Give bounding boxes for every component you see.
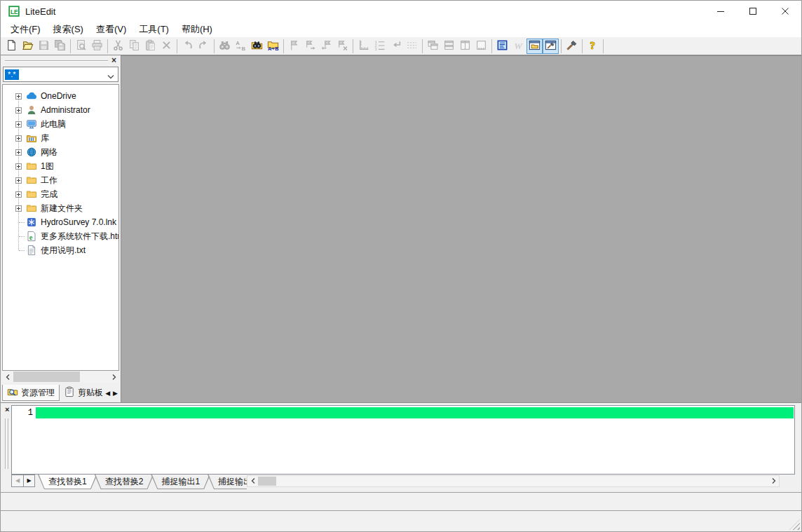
help-button[interactable]: ? xyxy=(585,39,601,54)
tab-scroll-left-icon[interactable]: ◀ xyxy=(104,389,111,397)
new-file-button[interactable] xyxy=(4,39,20,54)
find-in-files-button[interactable] xyxy=(249,39,265,54)
resize-grip[interactable] xyxy=(789,519,800,530)
previous-bookmark-button[interactable] xyxy=(318,39,334,54)
expand-toggle-icon[interactable] xyxy=(15,93,22,100)
explorer-panel-toggle-button[interactable] xyxy=(526,39,543,54)
tools-button[interactable] xyxy=(564,39,580,54)
sidebar-tab-explorer[interactable]: 资源管理 xyxy=(2,385,60,401)
undo-button[interactable] xyxy=(179,39,196,54)
tools-menu[interactable]: 工具(T) xyxy=(132,22,175,37)
clear-bookmarks-button[interactable] xyxy=(334,39,351,54)
sidebar-tab-clipboard[interactable]: 剪贴板 xyxy=(60,385,107,401)
sidebar-horizontal-scrollbar[interactable] xyxy=(2,371,119,383)
print-preview-button[interactable] xyxy=(73,39,89,54)
tree-item-folder-1tu[interactable]: 1图 xyxy=(3,159,118,173)
expand-toggle-icon[interactable] xyxy=(15,191,22,198)
print-button[interactable] xyxy=(89,39,105,54)
word-wrap-icon xyxy=(390,39,402,53)
replace-in-files-button[interactable]: AB xyxy=(265,39,281,54)
replace-button[interactable]: AB xyxy=(233,39,249,54)
expand-toggle-icon[interactable] xyxy=(15,135,22,142)
next-bookmark-button[interactable] xyxy=(302,39,318,54)
expand-toggle-icon[interactable] xyxy=(15,121,22,128)
line-numbers-button[interactable]: 123 xyxy=(372,39,388,54)
output-horizontal-scrollbar[interactable] xyxy=(247,475,780,487)
tree-item-this-pc[interactable]: 此电脑 xyxy=(3,117,118,131)
scroll-right-icon[interactable] xyxy=(109,371,118,382)
mdi-workspace xyxy=(121,55,801,402)
scroll-left-icon[interactable] xyxy=(3,371,13,382)
cascade-windows-button[interactable] xyxy=(425,39,441,54)
maximize-button[interactable] xyxy=(737,1,769,22)
bottom-tab-capture-output-1[interactable]: 捕捉输出1 xyxy=(151,475,210,489)
tree-item-libraries[interactable]: 库 xyxy=(3,131,118,145)
search-menu[interactable]: 搜索(S) xyxy=(47,22,90,37)
tree-item-folder-wancheng[interactable]: 完成 xyxy=(3,187,118,201)
sidebar-grip[interactable] xyxy=(5,60,108,62)
bottom-tab-find-replace-1[interactable]: 查找替换1 xyxy=(38,475,97,489)
toolbar-separator xyxy=(177,39,177,53)
tile-horizontal-button[interactable] xyxy=(441,39,457,54)
tree-item-folder-new[interactable]: 新建文件夹 xyxy=(3,201,118,215)
expand-toggle-icon[interactable] xyxy=(15,205,22,212)
minimize-button[interactable] xyxy=(705,1,737,22)
tree-item-download-htm[interactable]: e更多系统软件下载.htm xyxy=(3,229,118,243)
expand-toggle-icon[interactable] xyxy=(15,163,22,170)
toggle-bookmark-button[interactable] xyxy=(286,39,302,54)
redo-button[interactable] xyxy=(196,39,212,54)
open-icon xyxy=(22,39,34,53)
close-button[interactable] xyxy=(769,1,801,22)
show-whitespace-button[interactable] xyxy=(404,39,420,54)
chevron-down-icon[interactable] xyxy=(107,72,114,82)
file-filter-combobox[interactable]: *.* xyxy=(3,67,118,82)
bottom-tabs: 查找替换1查找替换2捕捉输出1捕捉输出2 xyxy=(38,475,247,489)
help-menu[interactable]: 帮助(H) xyxy=(175,22,219,37)
scrollbar-thumb[interactable] xyxy=(13,371,80,382)
save-file-button[interactable] xyxy=(36,39,52,54)
tree-item-network[interactable]: 网络 xyxy=(3,145,118,159)
bottom-panel-grip[interactable] xyxy=(5,418,9,469)
active-line-highlight[interactable] xyxy=(36,407,794,418)
tree-item-onedrive[interactable]: OneDrive xyxy=(3,89,118,103)
find-button[interactable] xyxy=(217,39,233,54)
open-file-button[interactable] xyxy=(20,39,36,54)
scroll-right-icon[interactable] xyxy=(768,476,778,486)
tab-prev-icon[interactable]: ◀ xyxy=(12,475,23,486)
toolbar-separator xyxy=(422,39,423,53)
tree-item-readme-txt[interactable]: 使用说明.txt xyxy=(3,243,118,257)
tile-vertical-button[interactable] xyxy=(457,39,473,54)
wrap-w-button[interactable]: W xyxy=(510,39,526,54)
bottom-tab-find-replace-2[interactable]: 查找替换2 xyxy=(95,475,154,489)
expand-toggle-icon[interactable] xyxy=(15,177,22,184)
expand-toggle-icon[interactable] xyxy=(15,149,22,156)
sidebar-close-icon[interactable]: × xyxy=(110,55,118,66)
ruler-button[interactable] xyxy=(355,39,372,54)
tree-item-hydrosurvey-lnk[interactable]: HydroSurvey 7.0.lnk xyxy=(3,215,118,229)
folder-icon xyxy=(26,189,37,200)
bottom-tabrow: ◀▶ 查找替换1查找替换2捕捉输出1捕捉输出2 xyxy=(11,475,795,489)
bottom-panel-close-icon[interactable]: × xyxy=(4,405,11,414)
scrollbar-thumb[interactable] xyxy=(258,477,276,486)
tree-item-folder-gongzuo[interactable]: 工作 xyxy=(3,173,118,187)
bottom-tab-capture-output-2[interactable]: 捕捉输出2 xyxy=(208,475,247,489)
save-all-button[interactable] xyxy=(52,39,68,54)
word-wrap-button[interactable] xyxy=(388,39,404,54)
output-editor[interactable]: 1 xyxy=(11,405,795,475)
cut-button[interactable] xyxy=(110,39,126,54)
view-menu[interactable]: 查看(V) xyxy=(90,22,132,37)
tab-next-icon[interactable]: ▶ xyxy=(23,475,34,486)
copy-button[interactable] xyxy=(126,39,142,54)
paste-button[interactable] xyxy=(142,39,158,54)
file-menu[interactable]: 文件(F) xyxy=(4,22,47,37)
delete-button[interactable] xyxy=(158,39,175,54)
document-map-button[interactable] xyxy=(494,39,510,54)
tree-item-label: 完成 xyxy=(41,189,57,200)
tree-item-administrator[interactable]: Administrator xyxy=(3,103,118,117)
expand-toggle-icon[interactable] xyxy=(15,107,22,114)
scroll-left-icon[interactable] xyxy=(248,476,258,486)
tab-scroll-right-icon[interactable]: ▶ xyxy=(112,389,118,397)
arrange-icons-button[interactable] xyxy=(473,39,489,54)
tree-item-label: 工作 xyxy=(41,175,57,186)
output-panel-toggle-button[interactable] xyxy=(543,39,559,54)
